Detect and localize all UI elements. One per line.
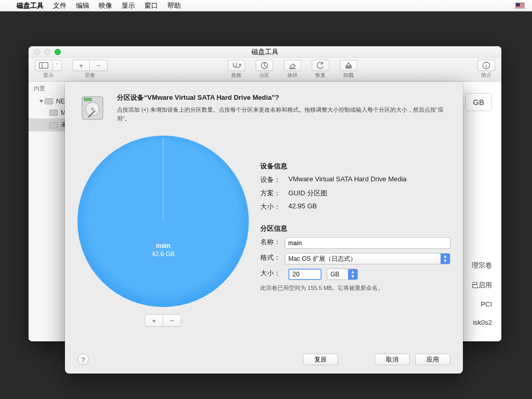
input-source-flag-icon[interactable] [515,3,525,9]
detail-label: PCI [472,300,492,308]
toolbar-label-unmount: 卸载 [343,72,354,79]
detail-labels: 理宗卷 已启用 PCI isk0s2 [472,261,492,326]
add-partition-button[interactable]: + [145,315,163,326]
disk-icon [49,122,58,128]
chevron-updown-icon: ▲▼ [441,254,450,264]
partition-note: 此宗卷已用空间为 155.5 MB。它将被重新命名。 [260,284,450,292]
total-size-label: 大小： [260,202,288,211]
svg-rect-10 [84,98,91,101]
format-select-value: Mac OS 扩展（日志式） [288,255,356,263]
size-unit-value: GB [330,271,339,278]
svg-point-5 [486,63,487,64]
erase-button[interactable] [284,60,301,71]
sidebar-dropdown-button[interactable]: ˅ [52,60,62,71]
toolbar-label-restore: 恢复 [315,72,326,79]
partition-info-heading: 分区信息 [260,224,450,233]
eject-icon [345,62,352,69]
add-volume-button[interactable]: + [72,60,90,71]
unmount-button[interactable] [340,60,357,71]
toolbar-label-show: 显示 [43,72,54,79]
detail-label: 理宗卷 [472,261,492,270]
pie-segment-label: main 42.6 GB [77,242,249,258]
device-label: 设备： [260,175,288,184]
svg-point-2 [240,64,241,66]
partition-button[interactable] [256,60,273,71]
detail-label: isk0s2 [472,318,492,326]
window-title: 磁盘工具 [251,47,278,57]
toolbar-label-volume: 宗卷 [85,72,95,79]
eraser-icon [288,62,297,69]
sidebar-toggle-button[interactable] [35,60,52,71]
toolbar-label-info: 简介 [481,72,491,79]
toolbar-label-firstaid: 急救 [231,72,242,79]
partition-name-input[interactable] [285,237,450,249]
size-label: 大小： [260,269,288,280]
system-menubar: 磁盘工具 文件 编辑 映像 显示 窗口 帮助 [0,0,532,11]
chevron-updown-icon: ▲▼ [348,269,357,280]
pie-segment-size: 42.6 GB [152,250,175,258]
menu-file[interactable]: 文件 [53,1,66,10]
menu-help[interactable]: 帮助 [167,1,181,10]
disk-icon [49,110,58,116]
pie-segment-name: main [77,242,249,249]
pie-icon [260,61,269,70]
detail-label: 已启用 [472,281,492,290]
scheme-label: 方案： [260,189,288,198]
close-window-button[interactable] [34,49,40,55]
dialog-description: 点按添加 (+) 来增加设备上的分区数量。点按每个分区来更改名称和格式。拖移调整… [117,105,450,123]
format-label: 格式： [260,253,285,264]
apply-button[interactable]: 应用 [415,354,450,365]
stethoscope-icon [232,62,241,69]
disclosure-triangle-icon[interactable] [39,100,44,103]
remove-partition-button[interactable]: − [163,315,181,326]
partition-size-input[interactable] [288,269,322,280]
device-value: VMware Virtual SATA Hard Drive Media [288,175,450,184]
window-titlebar: 磁盘工具 [29,46,501,58]
toolbar: ˅ 显示 + − 宗卷 急救 分区 抹掉 恢复 [29,58,501,82]
menu-view[interactable]: 显示 [122,1,135,10]
menu-image[interactable]: 映像 [99,1,112,10]
cancel-button[interactable]: 取消 [375,354,410,365]
dialog-title: 分区设备“VMware Virtual SATA Hard Drive Medi… [117,93,450,102]
restore-icon [316,62,325,69]
info-button[interactable] [477,60,495,71]
menu-window[interactable]: 窗口 [144,1,158,10]
sidebar-icon [39,62,48,69]
capacity-pill: GB [465,93,492,111]
info-icon [482,61,490,70]
toolbar-label-erase: 抹掉 [287,72,298,79]
name-label: 名称： [260,237,285,249]
device-info-heading: 设备信息 [260,162,450,171]
hard-drive-icon [77,93,108,123]
format-select[interactable]: Mac OS 扩展（日志式） ▲▼ [285,253,450,264]
svg-rect-0 [39,63,48,69]
revert-button[interactable]: 复原 [303,354,338,365]
minimize-window-button[interactable] [44,49,50,55]
app-menu[interactable]: 磁盘工具 [17,1,44,10]
scheme-value: GUID 分区图 [288,189,450,198]
size-unit-select[interactable]: GB ▲▼ [327,269,358,280]
svg-point-9 [91,108,94,111]
restore-button[interactable] [312,60,329,71]
partition-pie-chart[interactable]: main 42.6 GB [77,136,249,307]
toolbar-label-partition: 分区 [259,72,270,79]
window-controls [34,49,61,55]
remove-volume-button[interactable]: − [90,60,108,71]
menu-edit[interactable]: 编辑 [76,1,89,10]
disk-icon [45,98,53,104]
help-button[interactable]: ? [77,354,89,365]
partition-dialog: 分区设备“VMware Virtual SATA Hard Drive Medi… [65,82,463,374]
first-aid-button[interactable] [228,60,245,71]
zoom-window-button[interactable] [55,49,61,55]
total-size-value: 42.95 GB [288,202,450,211]
